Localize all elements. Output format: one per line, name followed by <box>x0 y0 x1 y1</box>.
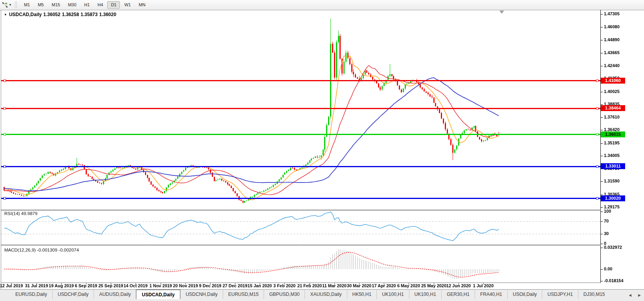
date-label: 14 Oct 2019 <box>123 283 147 288</box>
date-label: 6 Sep 2019 <box>75 283 97 288</box>
tab-gbpusd-m30[interactable]: GBPUSD,M30 <box>264 290 305 299</box>
ohlc-low: 1.35873 <box>81 12 97 17</box>
macd-scale-label: -0.018154 <box>604 278 624 283</box>
date-label: 19 Aug 2019 <box>49 283 74 288</box>
date-label: 6 May 2020 <box>397 283 420 288</box>
tab-xauusd-daily[interactable]: XAUUSD,Daily <box>305 290 347 299</box>
price-tick-label: 1.34005 <box>604 153 620 158</box>
chart-shift-marker-icon[interactable] <box>499 11 504 14</box>
rsi-scale-label: 30 <box>604 231 609 236</box>
tab-usdjpy-h1[interactable]: USDJPY,H1 <box>542 290 578 299</box>
toolbar-grip[interactable] <box>15 2 17 8</box>
price-level-tag: 1.41060 <box>601 78 625 84</box>
timeframe-button-w1[interactable]: W1 <box>121 1 134 9</box>
timeframe-button-h4[interactable]: H4 <box>94 1 106 9</box>
terminal-window: ▼ M1M5M15M30H1H4D1W1MN ▼USDCAD,Daily1.36… <box>0 0 644 301</box>
tab-usdcnh-daily[interactable]: USDCNH,Daily <box>180 290 222 299</box>
date-label: 25 May 2020 <box>421 283 446 288</box>
tab-eurusd-daily[interactable]: EURUSD,Daily <box>10 290 52 299</box>
rsi-scale-label: 100 <box>604 209 611 213</box>
price-level-tag: 1.36015 <box>601 131 625 137</box>
tab-dj30-m15[interactable]: DJ30,M15 <box>578 290 610 299</box>
timeframe-button-m30[interactable]: M30 <box>64 1 80 9</box>
date-label: 17 Apr 2020 <box>372 283 396 288</box>
price-tick-label: 1.47305 <box>604 11 620 16</box>
date-label: 3 Feb 2020 <box>273 283 295 288</box>
date-label: 9 Dec 2019 <box>199 283 222 288</box>
macd-indicator-label: MACD(12,26,9) -0.001309 -0.002074 <box>4 248 79 252</box>
price-tick-label: 1.44890 <box>604 37 620 42</box>
date-label: 1 Nov 2019 <box>149 283 172 288</box>
chart-tab-bar: EURUSD,DailyUSDCHF,DailyAUDUSD,DailyUSDC… <box>0 289 644 301</box>
tab-usoil-daily[interactable]: USOil,Daily <box>507 290 542 299</box>
tab-ger30-h1[interactable]: GER30,H1 <box>441 290 475 299</box>
rsi-scale-label: 70 <box>604 219 609 223</box>
timeframe-button-m15[interactable]: M15 <box>48 1 63 9</box>
tab-usdchf-daily[interactable]: USDCHF,Daily <box>52 290 94 299</box>
date-label: 11 Mar 2020 <box>322 283 347 288</box>
date-label: 25 Sep 2019 <box>99 283 123 288</box>
timeframe-button-h1[interactable]: H1 <box>81 1 93 9</box>
tabs-scroll-right-icon[interactable]: ► <box>637 293 642 297</box>
chevron-down-icon[interactable]: ▼ <box>9 3 12 7</box>
top-toolbar: ▼ M1M5M15M30H1H4D1W1MN <box>0 0 644 9</box>
tab-hk50-h1[interactable]: HK50,H1 <box>347 290 377 299</box>
tab-fra40-h1[interactable]: FRA40,H1 <box>475 290 507 299</box>
date-label: 27 Dec 2019 <box>223 283 248 288</box>
date-label: 20 Nov 2019 <box>173 283 198 288</box>
price-tick-label: 1.42440 <box>604 63 620 68</box>
date-label: 30 Mar 2020 <box>347 283 371 288</box>
macd-scale-label: 0.00 <box>604 266 612 271</box>
price-level-tag: 1.38464 <box>601 105 625 111</box>
price-tick-label: 1.43665 <box>604 50 620 55</box>
tab-scroll-controls: ◄ ► <box>624 293 642 297</box>
rsi-indicator-label: RSI(14) 49.9879 <box>4 211 37 216</box>
timeframe-button-d1[interactable]: D1 <box>107 1 120 9</box>
tab-uk100-h1[interactable]: UK100,H1 <box>376 290 409 299</box>
tabs-scroll-left-icon[interactable]: ◄ <box>628 293 632 297</box>
date-label: 12 Jun 2020 <box>446 283 471 288</box>
date-label: 21 Feb 2020 <box>297 283 322 288</box>
timeframe-button-mn[interactable]: MN <box>135 1 149 9</box>
price-tick-label: 1.31590 <box>604 179 620 183</box>
date-label: 12 Jul 2019 <box>0 283 23 288</box>
tab-eurusd-m15[interactable]: EURUSD,M15 <box>223 290 264 299</box>
price-tick-label: 1.40025 <box>604 89 620 94</box>
date-label: 15 Jan 2020 <box>248 283 272 288</box>
ohlc-high: 1.36258 <box>62 12 79 17</box>
price-tick-label: 1.46080 <box>604 24 620 29</box>
price-chart-canvas[interactable] <box>0 0 644 301</box>
macd-scale-label: 0.032972 <box>604 245 622 250</box>
tab-audusd-daily[interactable]: AUDUSD,Daily <box>94 290 136 299</box>
ohlc-open: 1.36052 <box>43 12 60 17</box>
price-tick-label: 1.37610 <box>604 115 620 119</box>
timeframe-button-m1[interactable]: M1 <box>20 1 33 9</box>
date-label: 1 Jul 2020 <box>473 283 494 288</box>
timeframe-toolbar: M1M5M15M30H1H4D1W1MN <box>20 1 149 9</box>
price-level-tag: 1.30020 <box>601 195 625 201</box>
tab-usdcad-daily[interactable]: USDCAD,Daily <box>136 290 180 299</box>
ohlc-close: 1.36020 <box>99 12 116 17</box>
price-level-tag: 1.33011 <box>601 163 625 169</box>
cursor-arrows-glyph <box>2 2 8 8</box>
chart-tabs: EURUSD,DailyUSDCHF,DailyAUDUSD,DailyUSDC… <box>10 290 610 299</box>
chart-symbol-label: USDCAD,Daily <box>9 12 42 17</box>
price-tick-label: 1.35195 <box>604 140 620 145</box>
symbol-dropdown-icon[interactable]: ▼ <box>4 13 7 16</box>
timeframe-button-m5[interactable]: M5 <box>34 1 47 9</box>
chart-cursor-icon[interactable] <box>1 1 9 8</box>
tab-uk100-h1[interactable]: UK100,H1 <box>409 290 441 299</box>
date-label: 31 Jul 2019 <box>25 283 48 288</box>
chart-ohlc-line: ▼USDCAD,Daily1.360521.362581.358731.3602… <box>4 12 118 17</box>
